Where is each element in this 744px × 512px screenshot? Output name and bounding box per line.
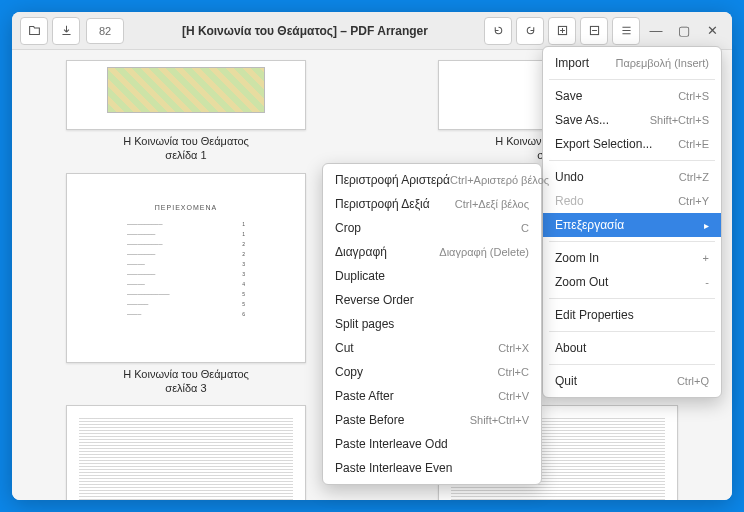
- menu-separator: [549, 298, 715, 299]
- zoom-in-button[interactable]: [548, 17, 576, 45]
- menu-save-as[interactable]: Save As...Shift+Ctrl+S: [543, 108, 721, 132]
- menu-save[interactable]: SaveCtrl+S: [543, 84, 721, 108]
- menu-import[interactable]: ImportΠαρεμβολή (Insert): [543, 51, 721, 75]
- menu-edit-properties[interactable]: Edit Properties: [543, 303, 721, 327]
- zoom-out-button[interactable]: [580, 17, 608, 45]
- menu-zoom-out[interactable]: Zoom Out-: [543, 270, 721, 294]
- chevron-right-icon: ▸: [704, 220, 709, 231]
- menu-edit-submenu[interactable]: Επεξεργασία▸: [543, 213, 721, 237]
- thumb-caption: Η Κοινωνία του Θεάματοςσελίδα 1: [123, 134, 249, 163]
- close-button[interactable]: ✕: [698, 17, 726, 45]
- submenu-crop[interactable]: CropC: [323, 216, 541, 240]
- submenu-duplicate[interactable]: Duplicate: [323, 264, 541, 288]
- menu-about[interactable]: About: [543, 336, 721, 360]
- menu-zoom-in[interactable]: Zoom In+: [543, 246, 721, 270]
- menu-separator: [549, 79, 715, 80]
- maximize-button[interactable]: ▢: [670, 17, 698, 45]
- window-controls: — ▢ ✕: [642, 17, 726, 45]
- rotate-left-button[interactable]: [484, 17, 512, 45]
- thumb-caption: Η Κοινωνία του Θεάματοςσελίδα 3: [123, 367, 249, 396]
- page-thumb-5[interactable]: [30, 405, 342, 500]
- map-image: [107, 67, 265, 113]
- toc-content: ΠΕΡΙΕΧΟΜΕΝΑ ──────────1 ────────1 ──────…: [127, 204, 245, 321]
- submenu-rotate-right[interactable]: Περιστροφή ΔεξιάCtrl+Δεξί βέλος: [323, 192, 541, 216]
- rotate-right-button[interactable]: [516, 17, 544, 45]
- page-count[interactable]: 82: [86, 18, 124, 44]
- page-text-fill: [79, 418, 293, 500]
- menu-separator: [549, 364, 715, 365]
- edit-submenu: Περιστροφή ΑριστεράCtrl+Αριστερό βέλος Π…: [322, 163, 542, 485]
- hamburger-menu-button[interactable]: [612, 17, 640, 45]
- submenu-paste-before[interactable]: Paste BeforeShift+Ctrl+V: [323, 408, 541, 432]
- menu-separator: [549, 160, 715, 161]
- submenu-copy[interactable]: CopyCtrl+C: [323, 360, 541, 384]
- page-thumb-3[interactable]: ΠΕΡΙΕΧΟΜΕΝΑ ──────────1 ────────1 ──────…: [30, 173, 342, 396]
- menu-quit[interactable]: QuitCtrl+Q: [543, 369, 721, 393]
- submenu-rotate-left[interactable]: Περιστροφή ΑριστεράCtrl+Αριστερό βέλος: [323, 168, 541, 192]
- menu-separator: [549, 241, 715, 242]
- open-button[interactable]: [20, 17, 48, 45]
- submenu-paste-after[interactable]: Paste AfterCtrl+V: [323, 384, 541, 408]
- menu-separator: [549, 331, 715, 332]
- titlebar: 82 [Η Κοινωνία του Θεάματος] – PDF Arran…: [12, 12, 732, 50]
- page-thumb-1[interactable]: Η Κοινωνία του Θεάματοςσελίδα 1: [30, 60, 342, 163]
- submenu-split-pages[interactable]: Split pages: [323, 312, 541, 336]
- menu-redo[interactable]: RedoCtrl+Y: [543, 189, 721, 213]
- menu-undo[interactable]: UndoCtrl+Z: [543, 165, 721, 189]
- submenu-cut[interactable]: CutCtrl+X: [323, 336, 541, 360]
- minimize-button[interactable]: —: [642, 17, 670, 45]
- save-button[interactable]: [52, 17, 80, 45]
- window-title: [Η Κοινωνία του Θεάματος] – PDF Arranger: [128, 24, 482, 38]
- submenu-paste-interleave-even[interactable]: Paste Interleave Even: [323, 456, 541, 480]
- main-menu: ImportΠαρεμβολή (Insert) SaveCtrl+S Save…: [542, 46, 722, 398]
- submenu-delete[interactable]: ΔιαγραφήΔιαγραφή (Delete): [323, 240, 541, 264]
- submenu-reverse-order[interactable]: Reverse Order: [323, 288, 541, 312]
- submenu-paste-interleave-odd[interactable]: Paste Interleave Odd: [323, 432, 541, 456]
- menu-export-selection[interactable]: Export Selection...Ctrl+E: [543, 132, 721, 156]
